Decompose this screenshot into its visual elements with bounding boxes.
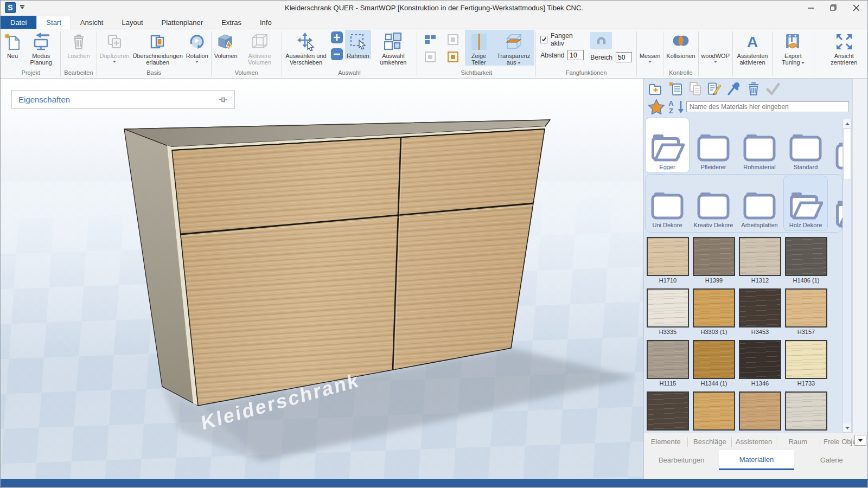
scroll-up-button[interactable]	[843, 119, 851, 128]
restore-button[interactable]	[822, 1, 845, 15]
scroll-down-button[interactable]	[843, 423, 851, 432]
panel-collapse-button[interactable]	[854, 435, 866, 446]
selection-plus-button[interactable]	[330, 31, 343, 44]
tab-raum[interactable]: Raum	[776, 438, 820, 446]
swatch-item[interactable]: H3303 (1)	[692, 288, 736, 340]
rahmen-button[interactable]: Rahmen	[345, 30, 371, 59]
swatch-item[interactable]: H1733	[784, 340, 828, 391]
folder-partial[interactable]	[829, 176, 844, 231]
edit-material-button[interactable]	[707, 81, 722, 96]
group-label-sichtbarkeit: Sichtbarkeit	[418, 69, 534, 78]
swatch-item[interactable]: H1344 (1)	[692, 340, 736, 391]
swatch-item[interactable]: H1115	[646, 340, 690, 391]
swatch-item[interactable]: H1710	[646, 237, 690, 288]
selection-minus-button[interactable]	[330, 48, 343, 61]
tab-start[interactable]: Start	[36, 16, 71, 29]
ansicht-zentrieren-button[interactable]: Ansicht zentrieren	[822, 30, 866, 66]
assistenten-aktivieren-button[interactable]: A Assistenten aktivieren	[734, 30, 771, 66]
kollisionen-button[interactable]: Kollisionen	[665, 30, 697, 59]
tab-assistenten[interactable]: Assistenten	[732, 438, 775, 446]
swatch-item[interactable]: H3453	[738, 288, 782, 340]
fangen-aktiv-checkbox[interactable]	[540, 36, 547, 43]
folder-partial[interactable]	[829, 118, 844, 173]
folder-kreativ-dekore[interactable]: Kreativ Dekore	[691, 176, 736, 231]
woodwop-button[interactable]: woodWOP	[699, 30, 731, 63]
folder-egger[interactable]: Egger	[645, 118, 690, 173]
eyedropper-button[interactable]	[726, 81, 741, 96]
swatch-item[interactable]: H1346	[738, 340, 782, 391]
apply-material-button[interactable]	[765, 81, 780, 96]
volumen-button[interactable]: Volumen	[213, 30, 239, 59]
group-label-kontrolle: Kontrolle	[665, 69, 697, 78]
delete-material-button[interactable]	[746, 81, 761, 96]
folder-holz-dekore[interactable]: Holz Dekore	[783, 176, 828, 231]
tab-galerie[interactable]: Galerie	[794, 450, 868, 470]
minimize-button[interactable]	[799, 1, 822, 15]
properties-panel-header[interactable]: Eigenschaften	[11, 90, 235, 109]
panel-toggle-inner1-button[interactable]	[446, 33, 459, 46]
aktiviere-volumen-button[interactable]: Aktiviere Volumen	[239, 30, 280, 66]
swatch-item[interactable]	[692, 391, 736, 433]
tab-layout[interactable]: Layout	[112, 16, 152, 29]
swatch-item[interactable]: H3157	[784, 288, 828, 340]
materials-search-row: AZ	[648, 99, 849, 114]
star-favorites-icon[interactable]	[648, 99, 665, 114]
tab-ansicht[interactable]: Ansicht	[71, 16, 113, 29]
panel-toggle-active-button[interactable]	[446, 50, 459, 63]
duplizieren-button[interactable]: Duplizieren	[98, 30, 131, 63]
neu-button[interactable]: Neu	[2, 30, 23, 59]
folder-arbeitsplatten[interactable]: Arbeitsplatten	[737, 176, 782, 231]
swatch-item[interactable]: H3335	[646, 288, 690, 340]
copy-material-button[interactable]	[687, 81, 702, 96]
swatch-item[interactable]	[738, 391, 782, 433]
transparenz-button[interactable]: Transparenz aus	[493, 30, 534, 66]
materials-scrollbar[interactable]	[843, 119, 852, 433]
tab-elemente[interactable]: Elemente	[644, 438, 687, 446]
ribbon-group-basis: Duplizieren Überschneidungen erlauben Ro…	[97, 30, 210, 78]
folder-uni-dekore[interactable]: Uni Dekore	[645, 176, 690, 231]
scrollbar-thumb[interactable]	[843, 129, 851, 180]
tab-plattenplaner[interactable]: Plattenplaner	[152, 16, 213, 29]
messen-button[interactable]: Messen	[638, 30, 662, 63]
swatch-item[interactable]	[646, 391, 690, 433]
export-tuning-button[interactable]: Export Tuning	[774, 30, 813, 66]
trash-icon	[747, 81, 760, 96]
magnet-snap-button[interactable]	[590, 32, 612, 49]
swatch-item[interactable]: H1486 (1)	[784, 237, 828, 288]
zeige-teiler-button[interactable]: Zeige Teiler	[465, 30, 493, 66]
panel-toggle-inner2-button[interactable]	[424, 50, 437, 63]
swatch-item[interactable]: H1312	[738, 237, 782, 288]
cabinet-3d-model[interactable]: Kleiderschrank	[1, 79, 643, 479]
modus-planung-button[interactable]: Modus Planung	[23, 30, 59, 66]
bereich-input[interactable]	[616, 52, 632, 62]
dropdown-caret-icon	[518, 62, 521, 64]
pin-icon[interactable]	[218, 95, 228, 104]
loeschen-button[interactable]: Löschen	[66, 30, 92, 59]
dropdown-caret-icon	[195, 61, 199, 63]
folder-standard[interactable]: Standard	[783, 118, 828, 173]
sort-az-icon[interactable]: AZ	[667, 99, 675, 114]
new-material-button[interactable]	[668, 81, 682, 96]
auswaehlen-verschieben-button[interactable]: Auswählen und Verschieben	[283, 30, 329, 66]
tab-datei[interactable]: Datei	[1, 16, 36, 29]
panel-toggle-split-button[interactable]	[424, 33, 437, 46]
tab-extras[interactable]: Extras	[212, 16, 251, 29]
tab-bearbeitungen[interactable]: Bearbeitungen	[644, 450, 719, 470]
tab-info[interactable]: Info	[251, 16, 281, 29]
swatch-item[interactable]: H1399	[692, 237, 736, 288]
swatch-item[interactable]	[784, 391, 828, 433]
material-search-input[interactable]	[686, 101, 849, 112]
auswahl-umkehren-button[interactable]: Auswahl umkehren	[371, 30, 416, 66]
folder-pfleiderer[interactable]: Pfleiderer	[691, 118, 736, 173]
close-button[interactable]	[845, 1, 867, 15]
3d-viewport[interactable]: Kleiderschrank Eigenschaften	[1, 79, 643, 479]
abstand-input[interactable]	[567, 50, 584, 60]
rotation-button[interactable]: Rotation	[184, 30, 210, 63]
folder-rohmaterial[interactable]: Rohmaterial	[737, 118, 782, 173]
ribbon-group-sichtbarkeit: Zeige Teiler Transparenz aus Sichtbarkei…	[417, 30, 535, 78]
ueberschneidungen-button[interactable]: Überschneidungen erlauben	[131, 30, 184, 66]
tab-beschlaege[interactable]: Beschläge	[688, 438, 731, 446]
sort-direction-arrow-icon[interactable]	[678, 100, 684, 114]
tab-materialien[interactable]: Materialien	[719, 450, 794, 470]
add-folder-button[interactable]	[648, 81, 663, 96]
